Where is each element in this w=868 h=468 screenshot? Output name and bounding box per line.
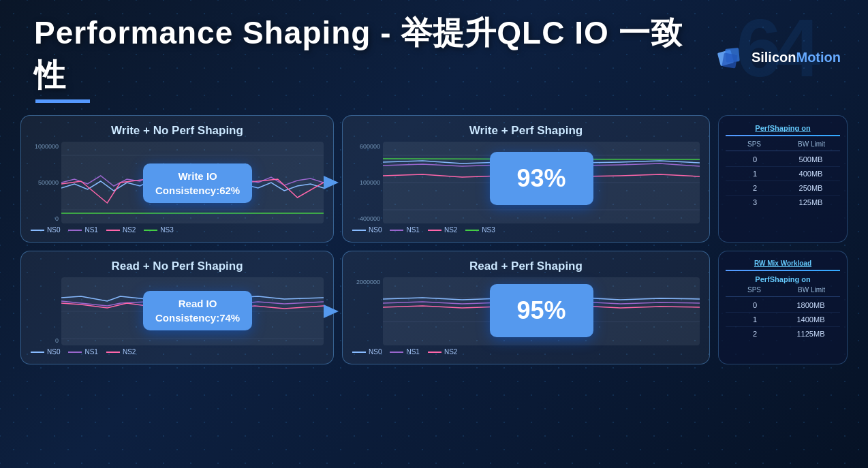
- logo-text-motion: Motion: [796, 50, 841, 65]
- top-side-table-title: PerfShaping on: [726, 124, 840, 132]
- legend-ns3: NS3: [144, 226, 173, 234]
- page-title: Performance Shaping - 举提升QLC IO 一致性: [34, 12, 713, 97]
- table-row: 1 400MB: [726, 167, 840, 181]
- bottom-right-tooltip: 95%: [489, 284, 593, 337]
- legend-ns3: NS3: [465, 226, 495, 234]
- col-bw: BW Limit: [783, 140, 840, 148]
- tooltip-line1: Write IO: [155, 169, 240, 183]
- legend-ns1: NS1: [68, 226, 97, 234]
- tooltip-line1: Read IO: [155, 296, 240, 311]
- legend-ns1: NS1: [390, 348, 419, 356]
- legend-ns0: NS0: [352, 226, 382, 234]
- bottom-row: Read + No Perf Shaping 0: [20, 251, 848, 364]
- arrow-right-bottom: [324, 301, 339, 322]
- table-row: 2 250MB: [726, 181, 840, 196]
- table-row: 0 1800MB: [726, 298, 840, 313]
- table-row: 1 1400MB: [726, 313, 840, 327]
- top-right-chart-title: Write + Perf Shaping: [352, 124, 700, 138]
- bottom-right-chart-title: Read + Perf Shaping: [352, 260, 700, 273]
- top-right-chart-panel: Write + Perf Shaping 600000 100000 -4000…: [342, 115, 710, 243]
- arrow-right-top: [324, 172, 339, 193]
- top-left-chart-wrapper: 1000000 500000 0: [31, 142, 324, 223]
- bottom-left-chart-panel: Read + No Perf Shaping 0: [20, 251, 334, 364]
- bottom-right-chart-wrapper: 2000000: [352, 277, 700, 345]
- bottom-left-legend: NS0 NS1 NS2: [31, 348, 324, 356]
- bottom-side-table-underline: [726, 270, 840, 271]
- bottom-side-table-header: SPS BW Limit: [726, 286, 840, 297]
- tooltip-line2: Consistency:62%: [155, 183, 240, 198]
- legend-ns2: NS2: [428, 226, 457, 234]
- top-left-legend: NS0 NS1 NS2 NS3: [31, 226, 324, 234]
- col-bw: BW Limit: [783, 286, 840, 294]
- table-row: 2 1125MB: [726, 327, 840, 341]
- table-row: 3 125MB: [726, 196, 840, 209]
- top-left-tooltip: Write IO Consistency:62%: [143, 163, 252, 203]
- bottom-right-chart-panel: Read + Perf Shaping 2000000: [342, 251, 710, 364]
- logo: SiliconMotion: [713, 42, 841, 74]
- svg-rect-2: [722, 52, 737, 68]
- title-underline: [35, 99, 90, 103]
- svg-marker-6: [324, 176, 339, 189]
- table-row: 0 500MB: [726, 153, 840, 167]
- bottom-left-tooltip: Read IO Consistency:74%: [143, 291, 252, 330]
- top-side-table: PerfShaping on SPS BW Limit 0 500MB 1 40…: [718, 115, 848, 243]
- legend-ns2: NS2: [106, 226, 136, 234]
- bottom-right-y-axis: 2000000: [352, 277, 383, 345]
- top-right-tooltip: 93%: [489, 152, 593, 205]
- top-side-table-header: SPS BW Limit: [726, 140, 840, 151]
- svg-marker-12: [324, 305, 339, 318]
- legend-ns1: NS1: [390, 226, 419, 234]
- legend-ns2: NS2: [428, 348, 457, 356]
- legend-ns1: NS1: [68, 348, 97, 356]
- top-right-pct: 93%: [516, 164, 565, 192]
- top-row: Write + No Perf Shaping 1000000 500000 0: [20, 115, 848, 243]
- top-left-chart-panel: Write + No Perf Shaping 1000000 500000 0: [20, 115, 334, 243]
- legend-ns0: NS0: [31, 348, 60, 356]
- bottom-left-chart-title: Read + No Perf Shaping: [31, 260, 324, 273]
- legend-ns0: NS0: [352, 348, 382, 356]
- main-content: Write + No Perf Shaping 1000000 500000 0: [0, 110, 868, 371]
- bottom-side-table-title2: PerfShaping on: [726, 275, 840, 283]
- bottom-side-table-title1: RW Mix Workload: [726, 260, 840, 267]
- top-left-chart-title: Write + No Perf Shaping: [31, 124, 324, 138]
- header: Performance Shaping - 举提升QLC IO 一致性 Sili…: [0, 0, 868, 110]
- top-right-chart-wrapper: 600000 100000 -400000: [352, 142, 700, 223]
- legend-ns2: NS2: [106, 348, 136, 356]
- bottom-right-pct: 95%: [516, 296, 565, 324]
- top-left-y-axis: 1000000 500000 0: [31, 142, 61, 223]
- tooltip-line2: Consistency:74%: [155, 311, 240, 325]
- top-right-y-axis: 600000 100000 -400000: [352, 142, 383, 223]
- col-sps: SPS: [726, 140, 783, 148]
- bottom-left-chart-wrapper: 0: [31, 277, 324, 345]
- bottom-right-legend: NS0 NS1 NS2: [352, 348, 700, 356]
- logo-icon: [713, 42, 746, 74]
- bottom-left-y-axis: 0: [31, 277, 61, 345]
- col-sps: SPS: [726, 286, 783, 294]
- bottom-side-table: RW Mix Workload PerfShaping on SPS BW Li…: [718, 251, 848, 364]
- legend-ns0: NS0: [31, 226, 60, 234]
- logo-text-silicon: Silicon: [751, 50, 796, 65]
- top-side-table-underline: [726, 135, 840, 136]
- top-right-legend: NS0 NS1 NS2 NS3: [352, 226, 700, 234]
